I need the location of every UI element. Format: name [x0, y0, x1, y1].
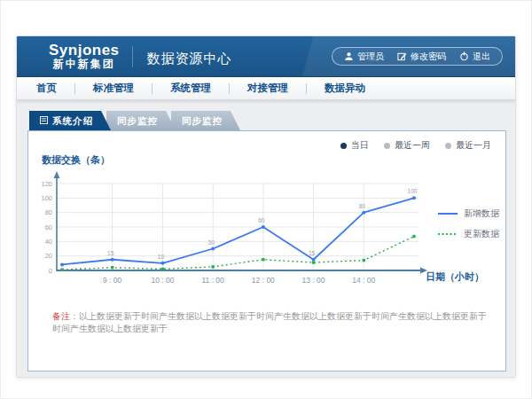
svg-text:80: 80	[359, 203, 366, 209]
tab-0[interactable]: 系统介绍	[29, 111, 111, 130]
radio-selected-icon	[340, 143, 347, 149]
tab-label: 同步监控	[182, 111, 223, 130]
nav-item-2[interactable]: 系统管理	[153, 82, 229, 95]
svg-text:120: 120	[41, 180, 52, 188]
svg-text:40: 40	[45, 238, 52, 246]
user-icon	[344, 51, 354, 61]
svg-text:14 : 00: 14 : 00	[352, 276, 375, 285]
range-option-2[interactable]: 最近一月	[445, 139, 491, 152]
nav-item-4[interactable]: 数据异动	[307, 82, 383, 95]
nav-item-0[interactable]: 首页	[19, 82, 74, 95]
svg-text:10: 10	[158, 254, 165, 260]
content-area: 系统介绍同步监控同步监控 当日最近一周最近一月 数据交换（条） 02040608…	[17, 100, 515, 377]
main-nav: 首页标准管理系统管理对接管理数据异动	[17, 77, 515, 100]
brand-logo-cn: 新中新集团	[49, 59, 120, 70]
tab-label: 同步监控	[117, 111, 158, 130]
brand-logo-en: Synjones	[49, 43, 120, 59]
svg-text:80: 80	[45, 208, 52, 216]
range-option-label: 最近一月	[456, 139, 491, 152]
radio-unselected-icon	[384, 143, 390, 149]
svg-text:12 : 00: 12 : 00	[252, 276, 275, 285]
legend-item-0[interactable]: 新增数据	[438, 207, 499, 220]
range-option-label: 最近一周	[395, 139, 430, 152]
chart-container: 0204060801001209 : 0010 : 0011 : 0012 : …	[37, 170, 432, 305]
svg-text:15: 15	[309, 250, 316, 256]
svg-text:30: 30	[208, 239, 215, 246]
tab-label: 系统介绍	[52, 111, 93, 130]
radio-unselected-icon	[445, 143, 451, 149]
svg-text:10 : 00: 10 : 00	[151, 276, 174, 285]
chart-legend: 新增数据更新数据	[438, 207, 499, 240]
brand-logo: Synjones 新中新集团	[49, 43, 120, 69]
svg-text:13 : 00: 13 : 00	[302, 276, 325, 285]
chart-panel: 当日最近一周最近一月 数据交换（条） 0204060801001209 : 00…	[27, 130, 506, 372]
header-button-2[interactable]: 退出	[459, 51, 490, 63]
document-icon	[40, 111, 48, 130]
nav-item-3[interactable]: 对接管理	[230, 82, 306, 95]
time-range-selector: 当日最近一周最近一月	[340, 139, 491, 152]
svg-text:15: 15	[107, 250, 114, 256]
power-icon	[459, 51, 469, 61]
edit-icon	[397, 51, 407, 61]
svg-text:11 : 00: 11 : 00	[201, 276, 224, 285]
legend-item-1[interactable]: 更新数据	[438, 228, 499, 240]
svg-text:60: 60	[45, 223, 52, 231]
footnote-label: 备注	[52, 311, 70, 321]
screenshot-stage: Synjones 新中新集团 数据资源中心 管理员修改密码退出 首页标准管理系统…	[0, 0, 532, 399]
svg-text:100: 100	[41, 194, 52, 202]
x-axis-title: 日期（小时）	[426, 270, 484, 284]
range-option-label: 当日	[351, 139, 369, 152]
legend-label: 新增数据	[464, 207, 499, 220]
tab-bar: 系统介绍同步监控同步监控	[29, 111, 240, 130]
tab-2[interactable]: 同步监控	[171, 111, 240, 130]
line-chart: 0204060801001209 : 0010 : 0011 : 0012 : …	[37, 170, 432, 305]
svg-text:60: 60	[258, 217, 265, 223]
legend-line-sample	[438, 209, 458, 219]
user-toolbar: 管理员修改密码退出	[332, 47, 503, 66]
app-window: Synjones 新中新集团 数据资源中心 管理员修改密码退出 首页标准管理系统…	[16, 35, 516, 378]
tab-1[interactable]: 同步监控	[106, 111, 176, 130]
header-button-0[interactable]: 管理员	[344, 51, 384, 63]
svg-text:100: 100	[408, 188, 418, 194]
nav-item-1[interactable]: 标准管理	[75, 82, 152, 95]
svg-text:20: 20	[45, 252, 52, 260]
header-button-label: 管理员	[357, 51, 384, 63]
app-header: Synjones 新中新集团 数据资源中心 管理员修改密码退出	[17, 36, 515, 77]
footnote-text: ：以上数据更新于时间产生数据以上数据更新于时间产生数据以上数据更新于时间产生数据…	[52, 311, 487, 333]
legend-label: 更新数据	[464, 228, 499, 240]
range-option-1[interactable]: 最近一周	[384, 139, 430, 152]
footnote: 备注：以上数据更新于时间产生数据以上数据更新于时间产生数据以上数据更新于时间产生…	[52, 310, 489, 335]
svg-text:9 : 00: 9 : 00	[103, 276, 122, 285]
page-title: 数据资源中心	[132, 46, 232, 67]
range-option-0[interactable]: 当日	[340, 139, 369, 152]
header-button-label: 修改密码	[411, 51, 446, 63]
legend-line-sample	[438, 230, 458, 239]
svg-text:0: 0	[49, 267, 52, 275]
y-axis-title: 数据交换（条）	[42, 153, 110, 167]
header-button-label: 退出	[473, 51, 490, 63]
header-button-1[interactable]: 修改密码	[397, 51, 446, 63]
